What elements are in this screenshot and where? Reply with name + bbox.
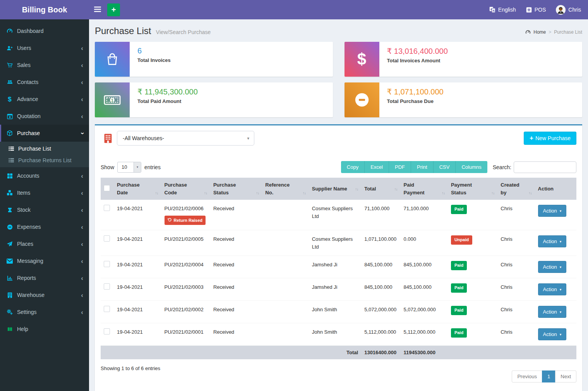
sort-icon: ↑↓ [529, 191, 532, 196]
select-all-header [101, 178, 114, 200]
action-button[interactable]: Action▾ [538, 205, 567, 217]
total-cell: 1,071,100.000 [361, 230, 400, 256]
sidebar-item-label: Settings [17, 309, 37, 315]
stats-grid: 6Total Invoices$₹ 13,016,400.000Total In… [95, 42, 582, 117]
page-size-select[interactable]: 10 ▾ [117, 162, 141, 173]
chevron-left-icon: ‹ [81, 207, 83, 213]
sidebar-item-purchase[interactable]: Purchase‹ [0, 125, 89, 142]
return-icon [168, 217, 172, 224]
table-row: 19-04-2021PU/2021/02/0001ReceivedJohn Sm… [101, 323, 576, 346]
reports-icon [6, 275, 14, 281]
payment-status-cell: Paid [448, 256, 497, 278]
sidebar-item-users[interactable]: Users‹ [0, 39, 89, 57]
purchase-code-cell: PU/2021/02/0005 [161, 230, 210, 256]
row-checkbox[interactable] [104, 283, 110, 290]
list-icon [9, 158, 15, 163]
pos-button[interactable]: POS [526, 7, 546, 13]
column-header-created-by[interactable]: Created by↑↓ [497, 178, 535, 200]
sort-icon: ↑↓ [204, 191, 207, 196]
brand-logo[interactable]: Billing Book [0, 0, 89, 19]
supplier-name-cell: Jamshed Ji [309, 278, 361, 301]
row-checkbox[interactable] [104, 261, 110, 267]
sidebar-item-label: Help [17, 326, 28, 332]
language-menu[interactable]: aA English [489, 7, 516, 13]
sidebar-item-advance[interactable]: $Advance‹ [0, 91, 89, 108]
purchase-status-cell: Received [210, 278, 262, 301]
avatar [556, 5, 566, 15]
sidebar-item-messaging[interactable]: Messaging‹ [0, 252, 89, 269]
row-checkbox[interactable] [104, 205, 110, 211]
sidebar-item-expenses[interactable]: Expenses‹ [0, 218, 89, 235]
sidebar-item-dashboard[interactable]: Dashboard [0, 22, 89, 39]
export-columns-button[interactable]: Columns [456, 161, 487, 173]
export-copy-button[interactable]: Copy [341, 161, 365, 173]
sidebar-item-stock[interactable]: Stock‹ [0, 201, 89, 218]
sidebar-item-items[interactable]: Items‹ [0, 184, 89, 201]
sidebar-toggle-button[interactable] [89, 0, 106, 19]
sidebar-item-settings[interactable]: Settings‹ [0, 304, 89, 321]
sidebar-subitem-purchase-returns-list[interactable]: Purchase Returns List [0, 154, 89, 166]
sidebar-item-help[interactable]: Help [0, 321, 89, 338]
sidebar-item-warehouse[interactable]: Warehouse‹ [0, 286, 89, 304]
action-button[interactable]: Action▾ [538, 328, 567, 340]
created-by-cell: Chris [497, 256, 535, 278]
payment-status-cell: Paid [448, 301, 497, 323]
sidebar-item-quotation[interactable]: Quotation‹ [0, 108, 89, 125]
row-checkbox[interactable] [104, 235, 110, 242]
user-menu[interactable]: Chris [556, 5, 581, 15]
export-excel-button[interactable]: Excel [365, 161, 389, 173]
action-button[interactable]: Action▾ [538, 235, 567, 247]
select-all-checkbox[interactable] [104, 185, 110, 191]
action-button[interactable]: Action▾ [538, 261, 567, 273]
search-input[interactable] [514, 161, 576, 173]
column-header-reference-no[interactable]: Reference No.↑↓ [262, 178, 309, 200]
action-button[interactable]: Action▾ [538, 283, 567, 295]
warehouse-select[interactable]: -All Warehouses- ▾ [117, 131, 254, 146]
sidebar-item-reports[interactable]: Reports‹ [0, 269, 89, 286]
column-header-purchase-code[interactable]: Purchase Code↑↓ [161, 178, 210, 200]
users-icon [6, 45, 14, 51]
minus-circle-card-icon [345, 82, 379, 117]
chevron-down-icon: ‹ [79, 132, 86, 134]
plus-icon: + [111, 5, 116, 14]
column-header-supplier-name[interactable]: Supplier Name↑↓ [309, 178, 361, 200]
sidebar-subitem-purchase-list[interactable]: Purchase List [0, 143, 89, 154]
caret-down-icon: ▾ [134, 162, 141, 172]
column-header-purchase-date[interactable]: Purchase Date↑↓ [114, 178, 161, 200]
sidebar-item-accounts[interactable]: Accounts‹ [0, 167, 89, 184]
table-row: 19-04-2021PU/2021/02/0005ReceivedCosmex … [101, 230, 576, 256]
sort-icon: ↑↓ [155, 191, 158, 196]
action-button[interactable]: Action▾ [538, 306, 567, 318]
svg-text:A: A [492, 9, 495, 12]
purchase-status-cell: Received [210, 230, 262, 256]
reference-no-cell [262, 323, 309, 346]
purchase-status-cell: Received [210, 256, 262, 278]
column-header-paid-payment[interactable]: Paid Payment↑↓ [401, 178, 448, 200]
page-1-button[interactable]: 1 [542, 370, 555, 382]
column-header-payment-status[interactable]: Payment Status↑↓ [448, 178, 497, 200]
row-checkbox[interactable] [104, 306, 110, 312]
help-icon [6, 327, 14, 332]
sidebar-item-contacts[interactable]: Contacts‹ [0, 74, 89, 91]
language-label: English [498, 7, 516, 13]
stat-value: 6 [137, 46, 171, 55]
search-label: Search: [493, 164, 511, 170]
stat-card-total-invoices-amount: $₹ 13,016,400.000Total Invoices Amount [345, 42, 583, 77]
export-pdf-button[interactable]: PDF [389, 161, 411, 173]
column-header-purchase-status[interactable]: Purchase Status↑↓ [210, 178, 262, 200]
export-csv-button[interactable]: CSV [434, 161, 456, 173]
caret-down-icon: ▾ [560, 209, 562, 213]
caret-down-icon: ▾ [560, 288, 562, 292]
sidebar-item-places[interactable]: Places‹ [0, 235, 89, 252]
next-button[interactable]: Next [555, 370, 576, 382]
breadcrumb-home[interactable]: Home [533, 29, 546, 35]
payment-status-badge: Unpaid [451, 235, 472, 245]
export-print-button[interactable]: Print [411, 161, 434, 173]
previous-button[interactable]: Previous [512, 370, 542, 382]
sidebar-item-sales[interactable]: Sales‹ [0, 57, 89, 74]
quick-add-button[interactable]: + [107, 3, 120, 16]
row-checkbox[interactable] [104, 328, 110, 334]
caret-down-icon: ▾ [560, 265, 562, 269]
column-header-total[interactable]: Total↑↓ [361, 178, 400, 200]
new-purchase-button[interactable]: + New Purchase [524, 132, 576, 145]
